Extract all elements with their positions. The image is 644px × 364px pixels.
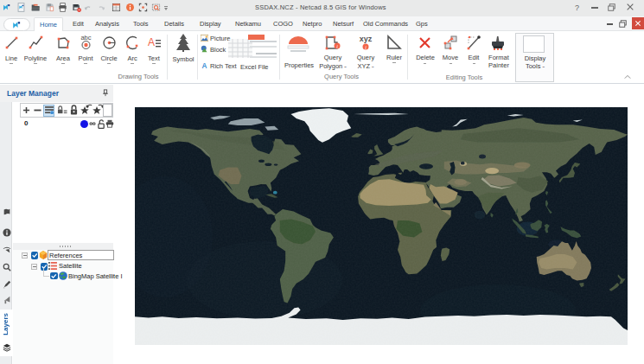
svg-text:A: A (202, 62, 207, 70)
svg-text:abc: abc (80, 34, 91, 42)
svg-text:A: A (148, 36, 155, 48)
svg-text:xyz: xyz (360, 35, 373, 43)
